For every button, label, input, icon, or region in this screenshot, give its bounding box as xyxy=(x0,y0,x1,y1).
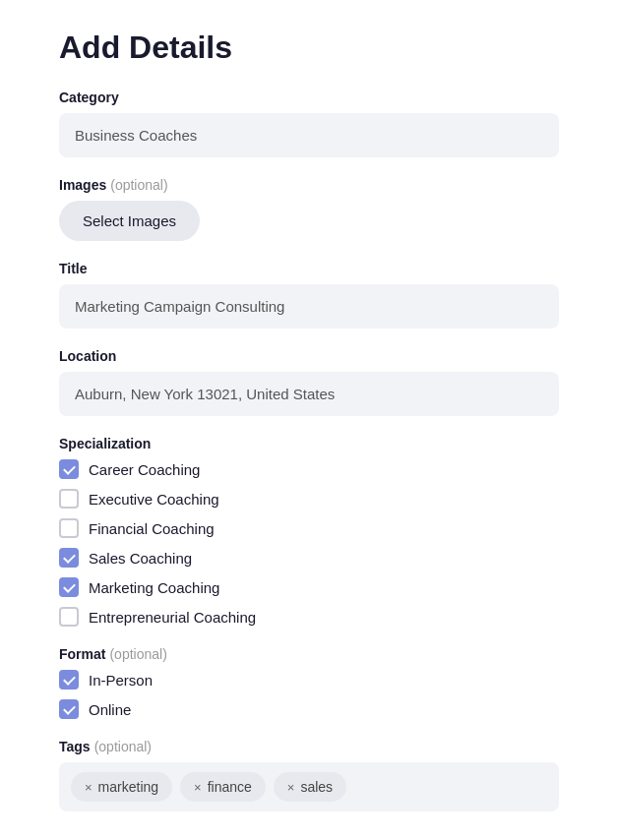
checkbox-label-specialization-4: Marketing Coaching xyxy=(89,579,219,596)
category-input[interactable] xyxy=(59,113,559,157)
checkbox-specialization-4[interactable] xyxy=(59,577,79,597)
checkbox-label-format-0: In-Person xyxy=(89,672,153,689)
tag-item: × marketing xyxy=(71,772,172,802)
tag-close-2[interactable]: × xyxy=(287,780,295,795)
title-label: Title xyxy=(59,261,559,276)
specialization-label: Specialization xyxy=(59,436,559,451)
checkbox-specialization-1[interactable] xyxy=(59,489,79,509)
tag-close-0[interactable]: × xyxy=(85,780,93,795)
checkbox-specialization-5[interactable] xyxy=(59,607,79,627)
specialization-item[interactable]: Entrepreneurial Coaching xyxy=(59,607,559,627)
tags-section: Tags(optional) × marketing × finance × s… xyxy=(59,739,559,811)
format-label: Format(optional) xyxy=(59,646,559,662)
images-field: Images(optional) Select Images xyxy=(59,177,559,241)
specialization-item[interactable]: Career Coaching xyxy=(59,459,559,479)
specialization-section: Specialization Career Coaching Executive… xyxy=(59,436,559,627)
page-title: Add Details xyxy=(59,30,559,66)
checkbox-label-specialization-5: Entrepreneurial Coaching xyxy=(89,609,256,626)
checkbox-label-specialization-0: Career Coaching xyxy=(89,461,200,478)
tag-label-2: sales xyxy=(300,779,333,795)
checkbox-label-specialization-1: Executive Coaching xyxy=(89,491,219,508)
category-field: Category xyxy=(59,90,559,157)
specialization-list: Career Coaching Executive Coaching Finan… xyxy=(59,459,559,627)
checkbox-format-1[interactable] xyxy=(59,699,79,719)
tags-container: × marketing × finance × sales xyxy=(59,762,559,811)
title-field: Title xyxy=(59,261,559,329)
tags-label: Tags(optional) xyxy=(59,739,559,754)
tag-label-0: marketing xyxy=(98,779,158,795)
tag-label-1: finance xyxy=(208,779,252,795)
format-item[interactable]: Online xyxy=(59,699,559,719)
images-label: Images(optional) xyxy=(59,177,559,193)
specialization-item[interactable]: Sales Coaching xyxy=(59,548,559,568)
checkbox-format-0[interactable] xyxy=(59,670,79,690)
checkbox-label-specialization-2: Financial Coaching xyxy=(89,520,215,537)
checkbox-label-specialization-3: Sales Coaching xyxy=(89,550,192,567)
tag-item: × sales xyxy=(274,772,346,802)
category-label: Category xyxy=(59,90,559,105)
location-field: Location xyxy=(59,348,559,416)
checkbox-specialization-3[interactable] xyxy=(59,548,79,568)
tag-item: × finance xyxy=(180,772,266,802)
select-images-button[interactable]: Select Images xyxy=(59,201,200,241)
specialization-item[interactable]: Executive Coaching xyxy=(59,489,559,509)
format-section: Format(optional) In-Person Online xyxy=(59,646,559,719)
location-input[interactable] xyxy=(59,372,559,416)
format-list: In-Person Online xyxy=(59,670,559,719)
checkbox-specialization-0[interactable] xyxy=(59,459,79,479)
title-input[interactable] xyxy=(59,284,559,329)
location-label: Location xyxy=(59,348,559,364)
format-item[interactable]: In-Person xyxy=(59,670,559,690)
specialization-item[interactable]: Financial Coaching xyxy=(59,518,559,538)
checkbox-label-format-1: Online xyxy=(89,701,131,718)
specialization-item[interactable]: Marketing Coaching xyxy=(59,577,559,597)
checkbox-specialization-2[interactable] xyxy=(59,518,79,538)
tag-close-1[interactable]: × xyxy=(194,780,202,795)
